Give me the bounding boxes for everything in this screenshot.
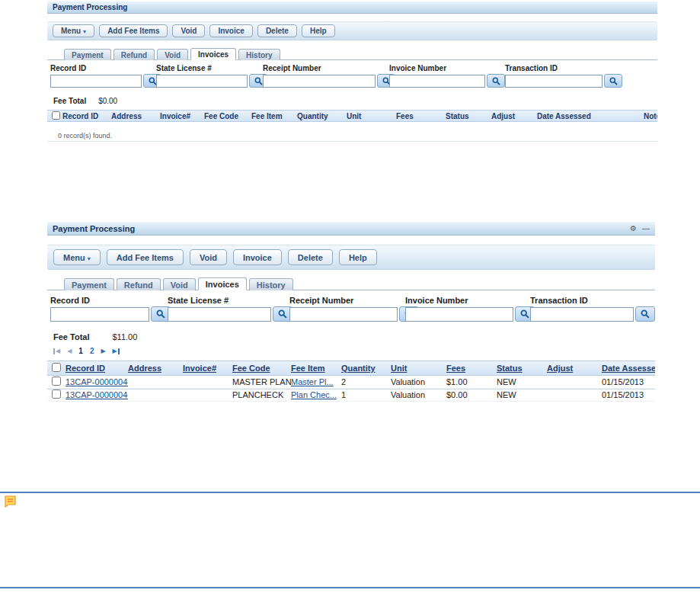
- transaction-id-search-button[interactable]: [604, 74, 622, 88]
- delete-button[interactable]: Delete: [288, 249, 333, 265]
- search-icon: [156, 309, 165, 319]
- transaction-id-field: Transaction ID: [505, 64, 622, 88]
- minimize-icon[interactable]: —: [642, 225, 650, 232]
- help-button[interactable]: Help: [302, 24, 335, 37]
- tab-history[interactable]: History: [238, 49, 280, 60]
- invoice-number-input[interactable]: [389, 75, 485, 88]
- tab-payment[interactable]: Payment: [64, 278, 114, 290]
- state-license-input[interactable]: [156, 75, 248, 88]
- tab-refund[interactable]: Refund: [117, 278, 161, 290]
- record-id-label: Record ID: [50, 64, 161, 72]
- invoice-number-label: Invoice Number: [389, 64, 505, 72]
- transaction-id-field: Transaction ID: [530, 296, 655, 322]
- select-all-checkbox[interactable]: [52, 111, 60, 120]
- page-2-button[interactable]: 2: [90, 347, 94, 355]
- row-checkbox[interactable]: [52, 377, 61, 386]
- tab-payment[interactable]: Payment: [64, 49, 111, 60]
- transaction-id-search-button[interactable]: [635, 306, 655, 322]
- column-header-fee-code[interactable]: Fee Code: [232, 364, 291, 373]
- empty-results-text: 0 record(s) found.: [58, 132, 657, 139]
- payment-processing-window-2: Payment Processing ⚙ — Menu▾ Add Fee Ite…: [47, 222, 655, 389]
- tab-invoices[interactable]: Invoices: [190, 48, 236, 60]
- fee-item-link[interactable]: Plan Chec...: [291, 390, 341, 399]
- invoice-number-input[interactable]: [405, 307, 513, 322]
- receipt-number-input[interactable]: [289, 307, 398, 322]
- transaction-id-input[interactable]: [530, 307, 634, 322]
- status-cell: NEW: [497, 390, 547, 399]
- column-header-adjust[interactable]: Adjust: [547, 364, 602, 373]
- tab-bar: Payment Refund Void Invoices History: [47, 276, 655, 290]
- state-license-input[interactable]: [168, 307, 271, 322]
- toolbar: Menu▾ Add Fee Items Void Invoice Delete …: [47, 21, 657, 40]
- column-header-invoice: Invoice#: [160, 112, 204, 120]
- tab-history[interactable]: History: [249, 278, 293, 290]
- column-header-quantity[interactable]: Quantity: [341, 364, 391, 373]
- row-checkbox[interactable]: [52, 389, 61, 399]
- tab-refund[interactable]: Refund: [113, 49, 155, 60]
- column-header-address[interactable]: Address: [128, 364, 183, 373]
- column-header-status[interactable]: Status: [497, 364, 547, 373]
- record-id-link[interactable]: 13CAP-00000046...: [66, 390, 128, 399]
- search-area: Record ID State License # Receipt Number…: [47, 64, 657, 92]
- fee-total-label: Fee Total: [53, 332, 89, 341]
- fee-item-link[interactable]: Master Pl...: [291, 377, 341, 386]
- column-header-record-id[interactable]: Record ID: [66, 364, 128, 373]
- column-header-fee-code: Fee Code: [204, 112, 251, 120]
- state-license-field: State License #: [156, 64, 267, 88]
- record-id-field: Record ID: [50, 296, 171, 322]
- void-button[interactable]: Void: [172, 24, 205, 37]
- search-icon: [641, 309, 650, 319]
- select-all-checkbox[interactable]: [52, 363, 61, 372]
- window-titlebar: Payment Processing: [47, 2, 657, 14]
- menu-button[interactable]: Menu▾: [53, 24, 94, 37]
- column-header-fees[interactable]: Fees: [446, 364, 497, 373]
- invoice-number-field: Invoice Number: [389, 64, 505, 88]
- tab-invoices[interactable]: Invoices: [198, 277, 247, 290]
- previous-page-button[interactable]: ◀: [67, 348, 72, 354]
- column-header-fee-item[interactable]: Fee Item: [291, 364, 341, 373]
- first-page-button[interactable]: ◀: [53, 348, 60, 354]
- transaction-id-label: Transaction ID: [530, 296, 655, 305]
- menu-button[interactable]: Menu▾: [53, 249, 101, 265]
- help-button[interactable]: Help: [339, 249, 377, 265]
- state-license-label: State License #: [168, 296, 292, 305]
- record-id-input[interactable]: [50, 307, 149, 322]
- invoice-number-field: Invoice Number: [405, 296, 535, 322]
- record-id-field: Record ID: [50, 64, 161, 88]
- invoice-button[interactable]: Invoice: [233, 249, 282, 265]
- invoice-button[interactable]: Invoice: [209, 24, 252, 37]
- transaction-id-input[interactable]: [505, 75, 603, 88]
- search-icon: [520, 309, 529, 319]
- record-id-input[interactable]: [50, 75, 142, 88]
- record-id-link[interactable]: 13CAP-00000046...: [66, 377, 128, 386]
- record-id-label: Record ID: [50, 296, 171, 305]
- column-header-invoice[interactable]: Invoice#: [183, 364, 232, 373]
- add-fee-items-button[interactable]: Add Fee Items: [107, 249, 184, 265]
- next-page-button[interactable]: ▶: [101, 348, 105, 354]
- tab-bar: Payment Refund Void Invoices History: [47, 47, 657, 60]
- receipt-number-input[interactable]: [263, 75, 376, 88]
- tab-void[interactable]: Void: [157, 49, 188, 60]
- status-cell: NEW: [497, 377, 547, 386]
- chevron-down-icon: ▾: [83, 28, 86, 35]
- delete-button[interactable]: Delete: [257, 24, 297, 37]
- tab-void[interactable]: Void: [163, 278, 196, 290]
- quantity-cell: 1: [341, 390, 391, 399]
- window-title: Payment Processing: [53, 3, 127, 11]
- gear-icon[interactable]: ⚙: [630, 225, 637, 232]
- column-header-fees: Fees: [396, 112, 446, 120]
- fee-total-label: Fee Total: [53, 97, 86, 105]
- void-button[interactable]: Void: [190, 249, 227, 265]
- search-icon: [492, 77, 500, 85]
- add-fee-items-button[interactable]: Add Fee Items: [99, 24, 168, 37]
- horizontal-divider: [0, 492, 700, 493]
- receipt-number-label: Receipt Number: [263, 64, 395, 72]
- unit-cell: Valuation: [391, 377, 446, 386]
- column-header-date-assessed[interactable]: Date Assessed: [602, 364, 655, 373]
- invoice-number-search-button[interactable]: [487, 74, 505, 88]
- column-header-unit[interactable]: Unit: [391, 364, 446, 373]
- window-title: Payment Processing: [53, 224, 135, 233]
- date-assessed-cell: 01/15/2013: [602, 377, 655, 386]
- receipt-number-label: Receipt Number: [289, 296, 419, 305]
- last-page-button[interactable]: ▶: [113, 348, 120, 354]
